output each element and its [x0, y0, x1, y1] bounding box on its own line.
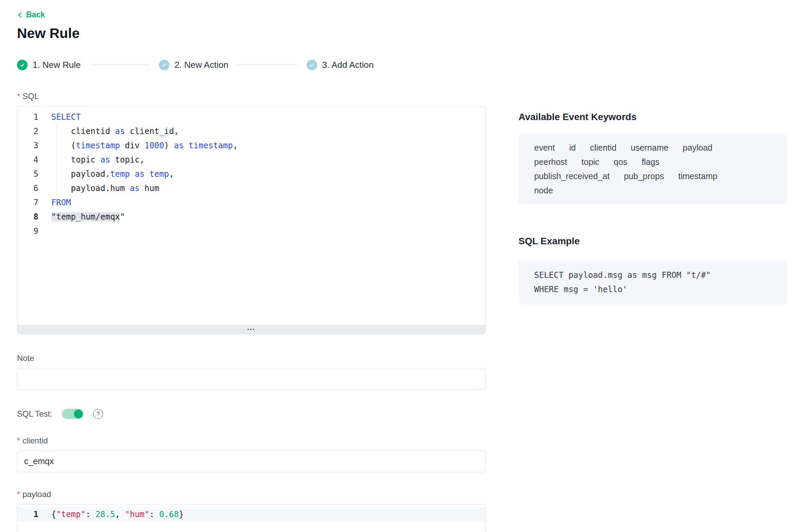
code-text: FROM	[51, 195, 71, 210]
step-label: 1. New Rule	[33, 60, 81, 70]
step-1-new-rule[interactable]: 1. New Rule	[17, 60, 81, 70]
line-number: 9	[17, 224, 38, 238]
code-token: "hum"	[125, 510, 149, 519]
back-link[interactable]: Back	[17, 10, 45, 19]
code-token: temp	[110, 169, 130, 179]
code-token: 1000	[145, 141, 164, 150]
code-token: payload.	[51, 169, 110, 179]
code-token: as	[130, 184, 140, 193]
code-token: as	[115, 127, 125, 136]
sql-field-label: * SQL	[17, 91, 486, 101]
code-line: 2 clientid as client_id,	[17, 124, 485, 138]
list-item: SELECT payload.msg as msg FROM "t/#"	[534, 268, 771, 282]
code-token: )	[164, 141, 174, 150]
event-keyword: timestamp	[678, 171, 717, 181]
line-number: 8	[17, 210, 38, 224]
event-keyword: clientid	[590, 142, 617, 153]
line-number: 6	[17, 181, 38, 195]
code-token: SELECT	[51, 112, 81, 122]
code-token: (	[51, 141, 76, 150]
toggle-knob	[74, 410, 83, 418]
line-number: 7	[17, 195, 38, 210]
code-line: 3 (timestamp div 1000) as timestamp,	[17, 138, 485, 153]
event-keyword: topic	[581, 157, 599, 167]
code-token: {	[51, 510, 56, 519]
code-line: 5 payload.temp as temp,	[17, 167, 485, 181]
sql-example-box: SELECT payload.msg as msg FROM "t/#"WHER…	[519, 260, 787, 305]
step-2-new-action[interactable]: 2. New Action	[159, 60, 229, 70]
sql-code-area: 1SELECT2 clientid as client_id,3 (timest…	[17, 107, 485, 325]
field-label-text: payload	[22, 489, 51, 499]
code-token: topic,	[110, 155, 144, 165]
check-circle-icon-todo	[159, 60, 169, 70]
field-label-text: clientid	[22, 436, 48, 446]
code-token: ,	[233, 141, 238, 150]
code-token: as	[101, 155, 110, 165]
chevron-left-icon	[17, 12, 23, 18]
code-token: "	[120, 212, 125, 222]
sql-test-toggle[interactable]	[62, 409, 84, 419]
check-circle-icon-todo	[307, 60, 317, 70]
code-line: 7FROM	[17, 195, 485, 210]
code-text: payload.hum as hum	[51, 181, 159, 195]
code-text: "temp_hum/emqx"	[51, 210, 125, 224]
ellipsis-icon: •••	[247, 327, 255, 332]
step-3-add-action[interactable]: 3. Add Action	[307, 60, 374, 70]
required-asterisk: *	[17, 436, 20, 446]
code-line: 9	[17, 224, 485, 238]
line-number: 1	[17, 507, 38, 521]
code-text: SELECT	[51, 110, 81, 124]
code-token: client_id,	[125, 127, 179, 136]
event-keyword: username	[631, 142, 668, 153]
payload-code-area: 1{"temp": 28.5, "hum": 0.68}	[17, 505, 485, 532]
keyword-row: peerhosttopicqosflags	[534, 157, 771, 167]
code-token: "temp"	[56, 510, 86, 519]
code-token: temp	[149, 169, 169, 179]
keyword-row: publish_received_atpub_propstimestamp	[534, 171, 771, 181]
code-token: div	[120, 141, 144, 150]
code-token: 0.68	[159, 510, 179, 519]
main-column: Back New Rule 1. New Rule 2. New Action …	[17, 0, 486, 532]
help-icon[interactable]: ?	[93, 409, 103, 419]
code-token: 28.5	[95, 510, 115, 519]
code-token: FROM	[51, 198, 71, 207]
note-input[interactable]	[17, 368, 486, 390]
line-number: 2	[17, 124, 38, 138]
keywords-box: eventidclientidusernamepayloadpeerhostto…	[519, 134, 787, 204]
code-token	[130, 169, 134, 179]
code-token: as	[135, 169, 145, 179]
payload-code-editor[interactable]: 1{"temp": 28.5, "hum": 0.68}	[17, 504, 486, 532]
sql-code-editor[interactable]: 1SELECT2 clientid as client_id,3 (timest…	[17, 106, 486, 334]
check-circle-icon-done	[17, 60, 28, 70]
code-text: payload.temp as temp,	[51, 167, 174, 181]
editor-resize-handle[interactable]: •••	[17, 325, 485, 334]
code-line: 4 topic as topic,	[17, 153, 485, 167]
code-token: as	[174, 141, 184, 150]
event-keyword: payload	[683, 142, 713, 153]
sql-test-label: SQL Test:	[17, 409, 52, 419]
step-label: 3. Add Action	[322, 60, 374, 70]
code-token: topic	[51, 155, 101, 165]
code-token: timestamp	[76, 141, 120, 150]
code-text: (timestamp div 1000) as timestamp,	[51, 138, 238, 153]
code-token: payload.hum	[51, 184, 130, 193]
code-token: :	[86, 510, 95, 519]
payload-field-label: * payload	[17, 489, 486, 499]
keyword-row: eventidclientidusernamepayload	[534, 142, 771, 153]
event-keyword: flags	[641, 157, 659, 167]
event-keyword: id	[569, 142, 576, 153]
code-text: {"temp": 28.5, "hum": 0.68}	[51, 507, 184, 521]
code-line: 8"temp_hum/emqx"	[17, 210, 485, 224]
line-number: 1	[17, 110, 38, 124]
code-token	[145, 169, 149, 179]
stepper: 1. New Rule 2. New Action 3. Add Action	[17, 60, 486, 70]
code-token: timestamp	[189, 141, 233, 150]
help-panel: Available Event Keywords eventidclientid…	[519, 111, 787, 305]
required-asterisk: *	[17, 489, 20, 499]
line-number: 4	[17, 153, 38, 167]
clientid-input[interactable]	[17, 451, 486, 472]
field-label-text: Note	[17, 353, 34, 363]
keyword-row: node	[534, 185, 771, 195]
event-keyword: qos	[614, 157, 627, 167]
keywords-title: Available Event Keywords	[519, 111, 787, 123]
